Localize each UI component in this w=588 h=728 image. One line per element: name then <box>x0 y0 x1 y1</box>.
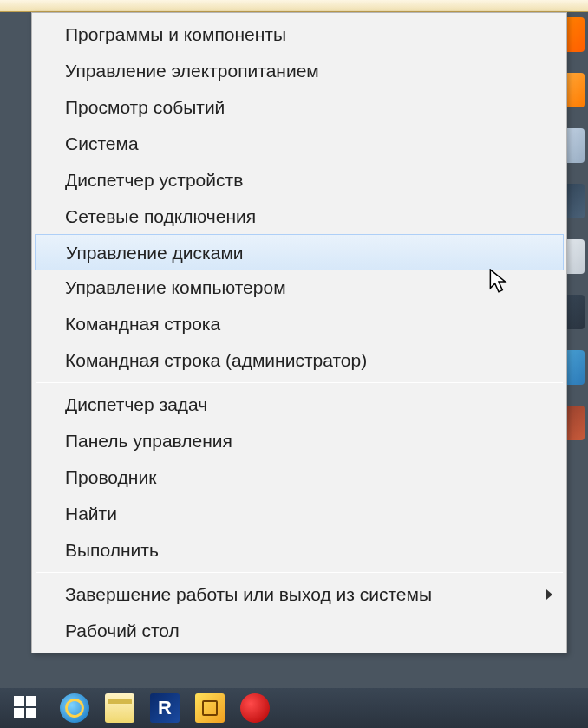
svg-rect-3 <box>26 708 36 718</box>
menu-item-label: Завершение работы или выход из системы <box>65 584 432 604</box>
menu-item-event-viewer[interactable]: Просмотр событий <box>34 89 565 126</box>
windows-logo-icon <box>14 696 38 720</box>
menu-item-computer-management[interactable]: Управление компьютером <box>34 270 565 306</box>
menu-item-shutdown-signout[interactable]: Завершение работы или выход из системы <box>34 576 565 613</box>
menu-item-label: Управление дисками <box>66 243 244 263</box>
menu-item-system[interactable]: Система <box>34 126 565 162</box>
submenu-arrow-icon <box>546 589 552 600</box>
taskbar-item-explorer[interactable] <box>97 688 142 728</box>
menu-item-label: Найти <box>65 504 117 523</box>
menu-separator <box>36 382 563 383</box>
menu-item-label: Управление компьютером <box>65 277 286 297</box>
menu-item-label: Диспетчер задач <box>65 394 207 414</box>
menu-item-label: Программы и компоненты <box>65 24 286 44</box>
app-icon <box>195 693 225 723</box>
menu-item-desktop[interactable]: Рабочий стол <box>34 613 565 649</box>
start-button[interactable] <box>0 688 52 728</box>
menu-item-label: Диспетчер устройств <box>65 170 243 190</box>
menu-item-run[interactable]: Выполнить <box>34 532 565 569</box>
svg-rect-2 <box>14 708 24 718</box>
menu-item-label: Просмотр событий <box>65 97 225 117</box>
menu-item-programs-and-features[interactable]: Программы и компоненты <box>34 16 565 53</box>
window-titlebar-sliver <box>0 0 588 12</box>
menu-item-label: Система <box>65 133 139 153</box>
svg-rect-1 <box>26 696 36 706</box>
opera-icon <box>240 693 270 723</box>
taskbar-item-opera[interactable] <box>232 688 278 728</box>
menu-item-label: Командная строка (администратор) <box>65 350 367 370</box>
menu-item-label: Панель управления <box>65 431 232 451</box>
menu-item-search[interactable]: Найти <box>34 496 565 532</box>
menu-item-label: Рабочий стол <box>65 621 180 640</box>
folder-icon <box>105 693 134 723</box>
ie-icon <box>60 693 89 723</box>
menu-item-control-panel[interactable]: Панель управления <box>34 423 565 459</box>
menu-item-label: Сетевые подключения <box>65 206 256 226</box>
menu-item-label: Проводник <box>65 467 156 487</box>
menu-item-task-manager[interactable]: Диспетчер задач <box>34 387 565 423</box>
menu-item-label: Управление электропитанием <box>65 61 319 81</box>
r-app-icon: R <box>150 693 180 723</box>
menu-separator <box>36 572 563 573</box>
menu-item-command-prompt[interactable]: Командная строка <box>34 306 565 342</box>
svg-rect-0 <box>14 696 24 706</box>
taskbar-item-app[interactable] <box>187 688 232 728</box>
menu-item-label: Выполнить <box>65 540 159 560</box>
winx-context-menu: Программы и компонентыУправление электро… <box>31 12 567 653</box>
menu-item-power-options[interactable]: Управление электропитанием <box>34 53 565 89</box>
menu-item-disk-management[interactable]: Управление дисками <box>35 234 564 270</box>
menu-item-device-manager[interactable]: Диспетчер устройств <box>34 162 565 198</box>
menu-item-file-explorer[interactable]: Проводник <box>34 459 565 496</box>
menu-item-network-connections[interactable]: Сетевые подключения <box>34 198 565 235</box>
menu-item-label: Командная строка <box>65 314 220 334</box>
taskbar-item-ie[interactable] <box>52 688 97 728</box>
taskbar-item-r[interactable]: R <box>142 688 187 728</box>
taskbar: R <box>0 688 588 728</box>
menu-item-command-prompt-admin[interactable]: Командная строка (администратор) <box>34 342 565 379</box>
